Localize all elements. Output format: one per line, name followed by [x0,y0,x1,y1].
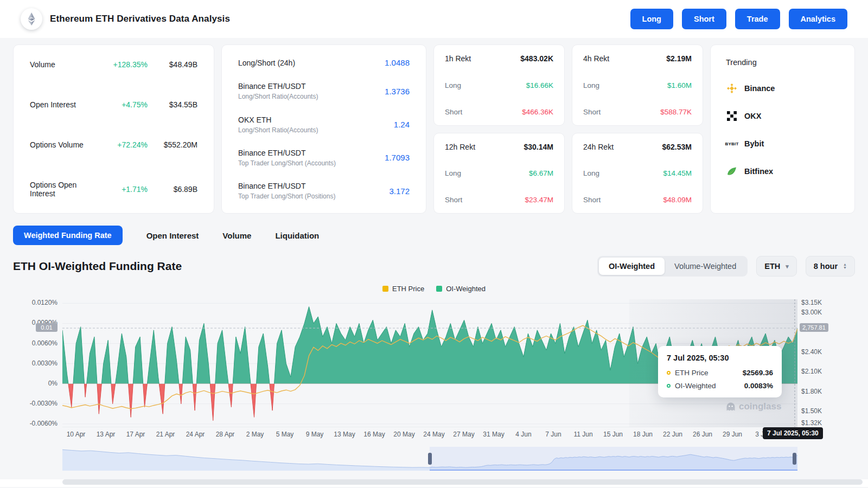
binance-icon [726,82,738,94]
price-axis-label: $3.15K [801,299,822,306]
time-axis-label: 4 Jun [508,431,539,438]
funding-axis-label: -0.0060% [0,420,58,427]
trending-item-okx[interactable]: OKX [726,110,839,122]
navigator-selected-range[interactable] [430,447,797,471]
legend-oi-weighted[interactable]: OI-Weighted [436,285,486,293]
trending-label: Bybit [744,139,764,148]
tab-volume[interactable]: Volume [222,226,251,245]
time-axis-label: 27 May [449,431,479,438]
scrollbar-thumb[interactable] [62,479,863,485]
legend-label: OI-Weighted [446,285,486,293]
ratio-sublabel: Top Trader Long/Short (Accounts) [238,159,336,167]
rekt-short-value: $466.36K [522,108,553,116]
trending-label: OKX [744,112,761,120]
page-title: Ethereum ETH Derivatives Data Analysis [50,14,230,24]
rekt-total: $62.53M [662,143,692,151]
trade-button[interactable]: Trade [735,9,780,29]
rekt-short-label: Short [445,196,462,204]
current-funding-badge: 0.01 [36,323,58,332]
rekt-total: $483.02K [520,54,553,63]
time-axis-label: 13 Apr [91,431,121,438]
legend-label: ETH Price [392,285,424,293]
chevron-down-icon: ▾ [786,263,789,270]
navigator-handle-left[interactable] [428,453,432,465]
tooltip-row-price: ETH Price $2569.36 [667,369,773,377]
ratio-row: Binance ETH/USDT Top Trader Long/Short (… [238,149,410,167]
time-axis-label: 5 May [270,431,300,438]
weighting-toggle: OI-Weighted Volume-Weighted [597,256,748,277]
tab-liquidation[interactable]: Liquidation [275,226,319,245]
oi-weighted-option[interactable]: OI-Weighted [599,258,665,275]
rekt-long-value: $1.60M [667,81,692,89]
bitfinex-icon [726,165,738,177]
navigator-handle-right[interactable] [793,453,796,465]
ratio-sublabel: Top Trader Long/Short (Positions) [238,192,335,200]
trending-card: Trending Binance [710,44,855,214]
rekt-long-label: Long [445,169,461,177]
interval-select[interactable]: 8 hour ▲▼ [806,256,855,277]
stat-row-options-volume: Options Volume +72.24% $552.20M [30,140,197,149]
ratio-value: 1.0488 [385,58,410,67]
volume-weighted-option[interactable]: Volume-Weighted [665,258,746,275]
oi-weighted-dot-icon [667,384,671,388]
rekt-card-1h: 1h Rekt $483.02K Long $16.66K Short $466… [433,44,565,126]
tab-weighted-funding-rate[interactable]: Weighted Funding Rate [13,226,123,245]
trending-label: Bitfinex [744,167,773,176]
current-price-badge: 2,757.81 [800,323,828,332]
rekt-title: 12h Rekt [445,143,475,151]
rekt-title: 24h Rekt [583,143,614,151]
rekt-long-label: Long [583,169,599,177]
time-axis-label: 31 May [478,431,509,438]
symbol-select-value: ETH [764,262,780,271]
horizontal-scrollbar[interactable] [0,479,868,487]
time-axis-label: 26 Jun [687,431,718,438]
rekt-short-label: Short [445,108,462,116]
chart-navigator[interactable] [62,447,797,471]
time-axis-label: 24 Apr [180,431,210,438]
tooltip-row-funding: OI-Weighted 0.0083% [667,382,773,390]
price-axis-label: $1.80K [801,388,822,395]
trending-item-bybit[interactable]: BYBIT Bybit [726,138,839,150]
trending-item-bitfinex[interactable]: Bitfinex [726,165,839,177]
rekt-long-label: Long [583,81,599,89]
funding-axis-label: 0.0060% [0,339,58,347]
ratio-label: Binance ETH/USDT [238,182,335,190]
stat-value: $48.49B [148,60,197,69]
time-axis-label: 2 May [240,431,270,438]
time-axis-label: 9 May [299,431,330,438]
short-button[interactable]: Short [682,9,726,29]
ratio-sublabel: Long/Short Ratio(Accounts) [238,126,318,134]
ratio-value: 1.7093 [385,153,410,162]
market-overview-card: Volume +128.35% $48.49B Open Interest +4… [13,44,214,214]
rekt-title: 4h Rekt [583,54,609,63]
time-axis-label: 29 Jun [717,431,748,438]
stat-change: +1.71% [98,185,148,194]
symbol-select[interactable]: ETH ▾ [756,256,797,277]
tab-open-interest[interactable]: Open Interest [146,226,199,245]
time-axis-label: 15 Jun [598,431,628,438]
price-axis-label: $2.10K [801,368,822,375]
analytics-button[interactable]: Analytics [789,9,847,29]
ratio-label: Long/Short (24h) [238,59,295,67]
funding-axis-label: 0% [0,380,58,387]
rekt-card-24h: 24h Rekt $62.53M Long $14.45M Short $48.… [572,133,703,214]
chart-section-head: ETH OI-Weighted Funding Rate OI-Weighted… [13,255,855,278]
chart-tabs: Weighted Funding Rate Open Interest Volu… [13,226,855,245]
tooltip-value: $2569.36 [743,369,773,377]
rekt-long-label: Long [445,81,461,89]
stat-change: +128.35% [98,60,148,69]
funding-rate-chart[interactable]: 0.0120%0.0090%0.0060%0.0030%0%-0.0030%-0… [0,294,868,476]
rekt-column-2: 4h Rekt $2.19M Long $1.60M Short $588.77… [572,44,703,214]
rekt-long-value: $14.45M [663,169,692,177]
rekt-title: 1h Rekt [445,54,471,63]
rekt-total: $30.14M [524,143,553,151]
long-button[interactable]: Long [630,9,673,29]
time-axis-label: 16 May [359,431,390,438]
stat-value: $552.20M [148,140,197,149]
header: Ethereum ETH Derivatives Data Analysis L… [0,0,868,38]
ratio-label: OKX ETH [238,115,318,124]
trending-item-binance[interactable]: Binance [726,82,839,94]
chart-tooltip: 7 Jul 2025, 05:30 ETH Price $2569.36 OI-… [658,346,782,397]
ratio-row: Long/Short (24h) 1.0488 [238,58,410,67]
legend-eth-price[interactable]: ETH Price [382,285,424,293]
